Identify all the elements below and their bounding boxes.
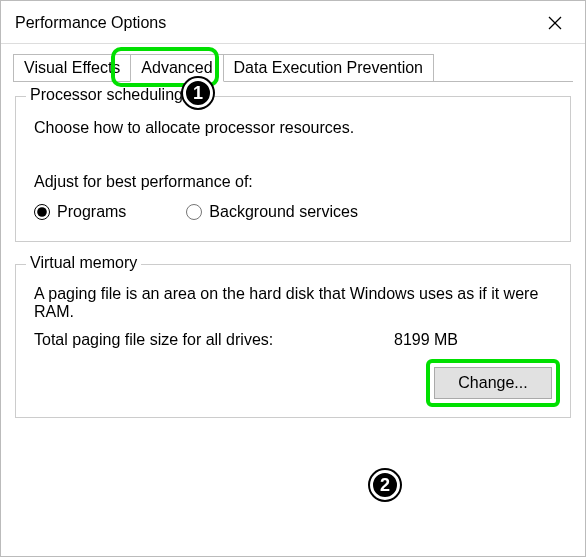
close-icon xyxy=(548,16,562,30)
close-button[interactable] xyxy=(539,9,571,37)
paging-size-label: Total paging file size for all drives: xyxy=(34,331,394,349)
processor-scheduling-desc: Choose how to allocate processor resourc… xyxy=(34,119,552,137)
change-button-row: Change... xyxy=(34,367,552,399)
paging-size-value: 8199 MB xyxy=(394,331,458,349)
change-button[interactable]: Change... xyxy=(434,367,552,399)
radio-programs-label: Programs xyxy=(57,203,126,221)
performance-options-window: Performance Options Visual Effects Advan… xyxy=(0,0,586,557)
radio-background[interactable]: Background services xyxy=(186,203,358,221)
window-title: Performance Options xyxy=(15,14,166,32)
processor-scheduling-title: Processor scheduling xyxy=(26,86,187,104)
titlebar: Performance Options xyxy=(1,1,585,44)
radio-background-input[interactable] xyxy=(186,204,202,220)
paging-size-row: Total paging file size for all drives: 8… xyxy=(34,331,552,349)
virtual-memory-desc: A paging file is an area on the hard dis… xyxy=(34,285,552,321)
processor-scheduling-group: Processor scheduling Choose how to alloc… xyxy=(15,96,571,242)
virtual-memory-group: Virtual memory A paging file is an area … xyxy=(15,264,571,418)
tab-visual-effects[interactable]: Visual Effects xyxy=(13,54,131,82)
adjust-label: Adjust for best performance of: xyxy=(34,173,552,191)
radio-programs-input[interactable] xyxy=(34,204,50,220)
tab-content: Processor scheduling Choose how to alloc… xyxy=(1,82,585,454)
tab-advanced[interactable]: Advanced xyxy=(130,54,223,82)
tab-dep[interactable]: Data Execution Prevention xyxy=(223,54,434,82)
tab-strip: Visual Effects Advanced Data Execution P… xyxy=(1,44,585,82)
perf-radio-group: Programs Background services xyxy=(34,203,552,221)
virtual-memory-title: Virtual memory xyxy=(26,254,141,272)
radio-programs[interactable]: Programs xyxy=(34,203,126,221)
radio-background-label: Background services xyxy=(209,203,358,221)
